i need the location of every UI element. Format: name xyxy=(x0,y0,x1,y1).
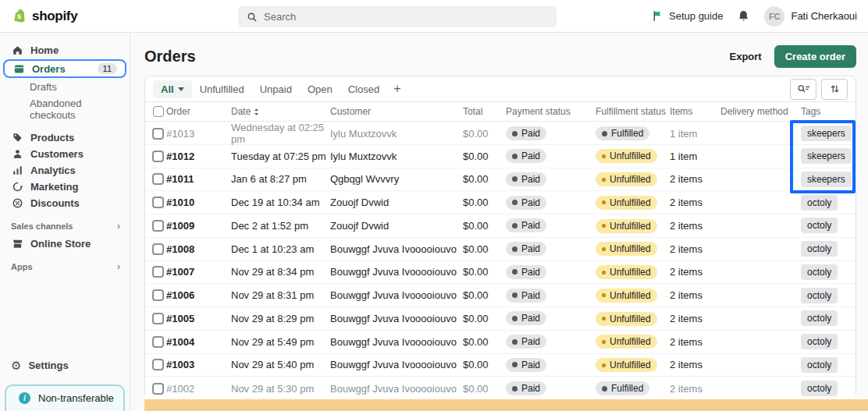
customer-cell: Iylu Muxtzovvk xyxy=(330,128,463,140)
tab-open[interactable]: Open xyxy=(300,80,340,98)
row-checkbox[interactable] xyxy=(152,173,164,185)
table-row[interactable]: #1008 Dec 1 at 10:23 am Bouwggf Jvuva Iv… xyxy=(145,238,856,261)
customer-cell: Bouwggf Jvuva Ivooooiouvo xyxy=(330,266,463,278)
row-checkbox[interactable] xyxy=(152,243,164,255)
sidebar-item-abandoned-checkouts[interactable]: Abandoned checkouts xyxy=(0,95,130,123)
sidebar-item-discounts[interactable]: Discounts xyxy=(0,195,130,211)
sidebar-item-orders[interactable]: Orders 11 xyxy=(3,59,126,78)
date-cell: Nov 29 at 8:34 pm xyxy=(231,266,330,278)
payment-status-cell: Paid xyxy=(506,358,596,372)
sidebar-item-marketing[interactable]: Marketing xyxy=(0,179,130,195)
fulfillment-status-cell: Fulfilled xyxy=(596,126,670,140)
order-cell: #1012 xyxy=(166,151,231,162)
column-total[interactable]: Total xyxy=(463,106,506,117)
tab-all[interactable]: All xyxy=(153,80,192,98)
tab-closed[interactable]: Closed xyxy=(340,80,387,98)
apps-section[interactable]: Apps › xyxy=(0,252,130,276)
select-all-checkbox[interactable] xyxy=(153,106,164,117)
order-cell: #1004 xyxy=(166,336,231,348)
order-cell: #1005 xyxy=(166,313,231,324)
table-row[interactable]: #1003 Nov 29 at 5:40 pm Bouwggf Jvuva Iv… xyxy=(145,354,856,377)
sidebar-item-online-store[interactable]: Online Store xyxy=(0,236,130,252)
fulfillment-status-cell: Unfulfilled xyxy=(596,311,670,326)
export-button[interactable]: Export xyxy=(730,51,762,62)
column-order[interactable]: Order xyxy=(166,106,231,117)
sidebar-item-home[interactable]: Home xyxy=(0,42,130,58)
search-icon xyxy=(247,12,258,23)
tab-unpaid[interactable]: Unpaid xyxy=(252,80,300,98)
tag-badge: skeepers xyxy=(801,172,852,187)
sidebar-item-customers[interactable]: Customers xyxy=(0,146,130,162)
table-row[interactable]: #1010 Dec 19 at 10:34 am Zouojf Dvwid $0… xyxy=(145,191,856,214)
shopify-bag-icon: S xyxy=(11,8,28,25)
column-payment-status[interactable]: Payment status xyxy=(506,106,596,117)
add-view-button[interactable]: + xyxy=(387,82,407,96)
bottom-warning-banner xyxy=(144,399,868,411)
row-checkbox[interactable] xyxy=(152,197,164,208)
column-date[interactable]: Date xyxy=(231,106,330,117)
table-row[interactable]: #1004 Nov 29 at 5:49 pm Bouwggf Jvuva Iv… xyxy=(145,331,856,354)
row-checkbox[interactable] xyxy=(152,383,164,395)
column-customer[interactable]: Customer xyxy=(330,106,463,117)
column-fulfillment-status[interactable]: Fulfillment status xyxy=(596,106,670,117)
table-row[interactable]: #1007 Nov 29 at 8:34 pm Bouwggf Jvuva Iv… xyxy=(145,261,856,285)
setup-guide-button[interactable]: Setup guide xyxy=(652,10,723,22)
payment-status-cell: Paid xyxy=(506,149,596,163)
notifications-button[interactable] xyxy=(737,9,750,23)
sidebar-item-products[interactable]: Products xyxy=(0,129,130,146)
total-cell: $0.00 xyxy=(463,220,506,232)
fulfillment-dot-icon xyxy=(602,293,606,297)
payment-status-badge: Paid xyxy=(521,128,540,139)
row-checkbox[interactable] xyxy=(152,128,164,140)
paid-dot-icon xyxy=(512,269,518,275)
row-checkbox[interactable] xyxy=(152,266,164,278)
create-order-button[interactable]: Create order xyxy=(774,45,856,68)
shopify-logo[interactable]: S shopify xyxy=(0,8,130,25)
order-cell: #1010 xyxy=(166,197,231,208)
table-row[interactable]: #1011 Jan 6 at 8:27 pm Qgbqgl Wvvvry $0.… xyxy=(145,168,856,192)
customer-cell: Bouwggf Jvuva Ivooooiouvo xyxy=(330,383,463,395)
sidebar-item-analytics[interactable]: Analytics xyxy=(0,162,130,179)
sidebar-item-settings[interactable]: ⚙ Settings xyxy=(0,356,130,374)
table-row[interactable]: #1006 Nov 29 at 8:31 pm Bouwggf Jvuva Iv… xyxy=(145,284,856,307)
tab-unfulfilled[interactable]: Unfulfilled xyxy=(192,80,252,98)
fulfillment-status-badge: Unfulfilled xyxy=(610,174,651,185)
sidebar-item-drafts[interactable]: Drafts xyxy=(0,79,130,95)
column-items[interactable]: Items xyxy=(670,106,720,117)
tags-cell: octoly xyxy=(795,195,856,211)
table-row[interactable]: #1012 Tuesday at 07:25 pm Iylu Muxtzovvk… xyxy=(145,145,856,168)
row-checkbox[interactable] xyxy=(152,220,164,232)
fulfillment-status-cell: Unfulfilled xyxy=(596,172,670,187)
fulfillment-status-cell: Unfulfilled xyxy=(596,242,670,257)
fulfillment-dot-icon xyxy=(602,131,607,136)
column-tags[interactable]: Tags xyxy=(795,106,856,117)
account-menu[interactable]: FC Fati Cherkaoui xyxy=(764,6,857,27)
table-row[interactable]: #1013 Wednesday at 02:25 pm Iylu Muxtzov… xyxy=(145,122,856,145)
fulfillment-dot-icon xyxy=(602,363,606,367)
table-row[interactable]: #1005 Nov 29 at 8:29 pm Bouwggf Jvuva Iv… xyxy=(145,307,856,331)
order-cell: #1013 xyxy=(166,128,231,140)
sort-button[interactable] xyxy=(821,79,848,100)
row-checkbox[interactable] xyxy=(152,336,164,348)
search-input[interactable]: Search xyxy=(238,6,557,27)
customer-cell: Bouwggf Jvuva Ivooooiouvo xyxy=(330,243,463,255)
sales-channels-section[interactable]: Sales channels › xyxy=(0,211,130,236)
tag-badge: octoly xyxy=(801,241,838,257)
row-checkbox[interactable] xyxy=(152,313,164,324)
row-checkbox[interactable] xyxy=(152,359,164,370)
fulfillment-status-badge: Unfulfilled xyxy=(610,336,651,347)
column-delivery-method[interactable]: Delivery method xyxy=(720,106,795,117)
items-cell: 2 items xyxy=(670,313,720,324)
order-cell: #1003 xyxy=(166,359,231,370)
row-checkbox[interactable] xyxy=(152,151,164,162)
paid-dot-icon xyxy=(512,362,518,367)
tags-cell: octoly xyxy=(795,218,856,233)
search-filter-button[interactable] xyxy=(790,79,816,100)
tag-badge: octoly xyxy=(801,288,838,303)
row-checkbox[interactable] xyxy=(152,289,164,301)
payment-status-badge: Paid xyxy=(521,174,540,185)
total-cell: $0.00 xyxy=(463,128,506,140)
table-row[interactable]: #1009 Dec 2 at 1:52 pm Zouojf Dvwid $0.0… xyxy=(145,214,856,238)
customer-cell: Iylu Muxtzovvk xyxy=(330,151,463,162)
table-row[interactable]: #1002 Nov 29 at 5:30 pm Bouwggf Jvuva Iv… xyxy=(145,377,856,400)
